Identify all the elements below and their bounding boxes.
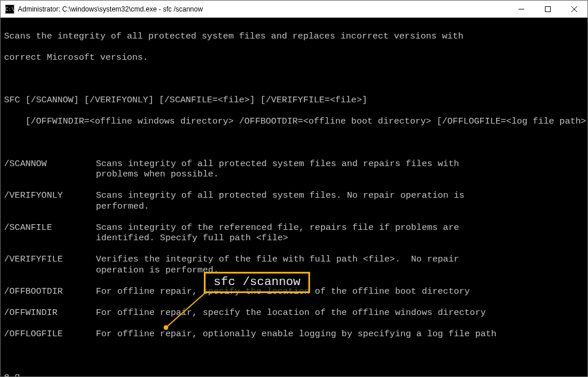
close-button[interactable]	[561, 1, 587, 17]
svg-rect-1	[546, 6, 551, 11]
option-verifyonly: /VERIFYONLYScans integrity of all protec…	[4, 190, 584, 211]
minimize-button[interactable]	[508, 1, 535, 17]
maximize-button[interactable]	[535, 1, 561, 17]
text-line: SFC [/SCANNOW] [/VERIFYONLY] [/SCANFILE=…	[4, 95, 584, 106]
option-offlogfile: /OFFLOGFILEFor offline repair, optionall…	[4, 329, 584, 340]
text-line: [/OFFWINDIR=<offline windows directory> …	[4, 116, 584, 127]
option-scanfile: /SCANFILEScans integrity of the referenc…	[4, 222, 584, 244]
text-line: Scans the integrity of all protected sys…	[4, 31, 584, 42]
blank-line	[4, 137, 584, 148]
window-title: Administrator: C:\windows\system32\cmd.e…	[18, 5, 508, 13]
option-scannow: /SCANNOWScans integrity of all protected…	[4, 159, 584, 180]
blank-line	[4, 74, 584, 84]
cmd-window: C:\ Administrator: C:\windows\system32\c…	[0, 0, 588, 377]
text-line: correct Microsoft versions.	[4, 52, 584, 63]
titlebar[interactable]: C:\ Administrator: C:\windows\system32\c…	[1, 1, 587, 18]
option-offwindir: /OFFWINDIRFor offline repair, specify th…	[4, 307, 584, 318]
terminal-output[interactable]: Scans the integrity of all protected sys…	[1, 18, 587, 376]
cmd-icon: C:\	[5, 5, 14, 14]
command-callout: sfc /scannow	[204, 272, 310, 293]
blank-line	[4, 350, 584, 361]
text-line: e.g.	[4, 371, 584, 377]
